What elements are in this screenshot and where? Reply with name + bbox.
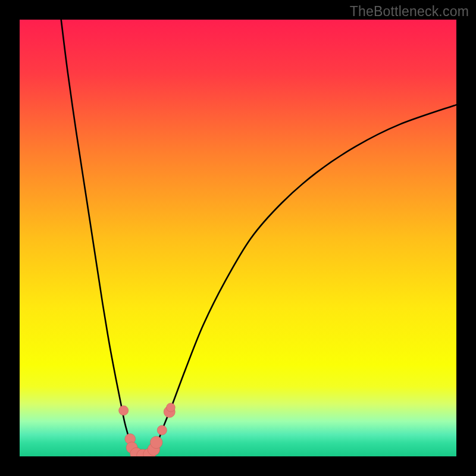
data-marker <box>167 403 176 412</box>
outer-frame: TheBottleneck.com <box>0 0 476 476</box>
bottleneck-curve <box>20 20 456 456</box>
data-marker <box>119 406 129 415</box>
plot-area <box>20 20 456 456</box>
curve-path <box>61 20 456 456</box>
data-marker <box>157 425 167 435</box>
watermark-text: TheBottleneck.com <box>350 4 469 20</box>
data-marker <box>150 436 162 449</box>
